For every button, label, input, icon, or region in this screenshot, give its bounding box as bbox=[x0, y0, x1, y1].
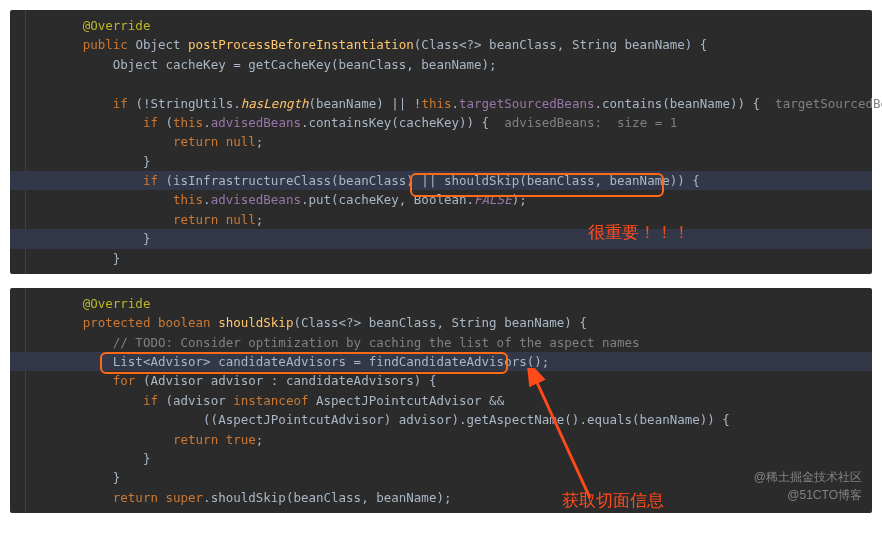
code-line-highlighted: } bbox=[10, 229, 872, 248]
code-line: this.advisedBeans.put(cacheKey, Boolean.… bbox=[10, 190, 872, 209]
code-line: return null; bbox=[10, 210, 872, 229]
code-line: @Override bbox=[10, 16, 872, 35]
code-line: if (!StringUtils.hasLength(beanName) || … bbox=[10, 94, 872, 113]
code-line: return super.shouldSkip(beanClass, beanN… bbox=[10, 488, 872, 507]
code-line: return true; bbox=[10, 430, 872, 449]
annotation: @Override bbox=[83, 18, 151, 33]
code-line: } bbox=[10, 152, 872, 171]
code-line: ((AspectJPointcutAdvisor) advisor).getAs… bbox=[10, 410, 872, 429]
code-line: } bbox=[10, 449, 872, 468]
code-line: if (this.advisedBeans.containsKey(cacheK… bbox=[10, 113, 872, 132]
code-line: // TODO: Consider optimization by cachin… bbox=[10, 333, 872, 352]
code-line: } bbox=[10, 468, 872, 487]
code-line: protected boolean shouldSkip(Class<?> be… bbox=[10, 313, 872, 332]
code-line: @Override bbox=[10, 294, 872, 313]
code-line bbox=[10, 74, 872, 93]
code-line-highlighted: if (isInfrastructureClass(beanClass) || … bbox=[10, 171, 872, 190]
code-panel-1: @Override public Object postProcessBefor… bbox=[10, 10, 872, 274]
code-line: public Object postProcessBeforeInstantia… bbox=[10, 35, 872, 54]
code-line-highlighted: List<Advisor> candidateAdvisors = findCa… bbox=[10, 352, 872, 371]
code-line: return null; bbox=[10, 132, 872, 151]
code-panel-2: @Override protected boolean shouldSkip(C… bbox=[10, 288, 872, 513]
code-line: Object cacheKey = getCacheKey(beanClass,… bbox=[10, 55, 872, 74]
code-line: } bbox=[10, 249, 872, 268]
code-line: if (advisor instanceof AspectJPointcutAd… bbox=[10, 391, 872, 410]
code-line: for (Advisor advisor : candidateAdvisors… bbox=[10, 371, 872, 390]
